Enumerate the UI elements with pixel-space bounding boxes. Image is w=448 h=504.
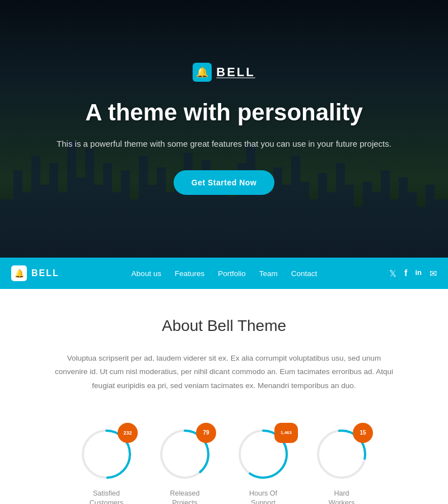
stat-badge-hours: 1,463 — [274, 423, 298, 443]
get-started-button[interactable]: Get Started Now — [174, 170, 274, 195]
about-title: About Bell Theme — [34, 317, 414, 335]
navbar: 🔔 BELL About us Features Portfolio Team … — [0, 258, 448, 289]
hero-subtitle: This is a powerful theme with some great… — [57, 137, 391, 151]
nav-links: About us Features Portfolio Team Contact — [132, 268, 318, 278]
hero-logo-icon: 🔔 — [193, 63, 212, 82]
about-body: Voluptua scripserit per ad, laudem vider… — [50, 352, 398, 393]
nav-link-team[interactable]: Team — [259, 269, 278, 278]
hero-section: 🔔 BELL A theme with personality This is … — [0, 0, 448, 258]
nav-social: 𝕏 f in ✉ — [389, 268, 437, 279]
stat-hours: 1,463 Hours OfSupport — [235, 426, 291, 504]
facebook-icon[interactable]: f — [404, 268, 407, 279]
stat-circle-released: 79 — [157, 426, 213, 482]
stat-released: 79 ReleasedProjects — [157, 426, 213, 504]
hero-logo-text: BELL — [216, 65, 255, 80]
stat-label-satisfied: SatisfiedCustomers — [90, 489, 123, 504]
nav-item-team[interactable]: Team — [259, 268, 278, 278]
stat-badge-workers: 15 — [353, 423, 373, 443]
nav-item-portfolio[interactable]: Portfolio — [218, 268, 246, 278]
stat-circle-satisfied: 232 — [78, 426, 134, 482]
stat-circle-workers: 15 — [314, 426, 370, 482]
stat-satisfied: 232 SatisfiedCustomers — [78, 426, 134, 504]
stats-row: 232 SatisfiedCustomers 79 ReleasedProjec… — [34, 415, 414, 504]
stat-workers: 15 HardWorkers — [314, 426, 370, 504]
hero-logo: 🔔 BELL — [57, 63, 391, 82]
stat-badge-satisfied: 232 — [118, 423, 138, 443]
stat-label-workers: HardWorkers — [329, 489, 354, 504]
email-icon[interactable]: ✉ — [430, 268, 437, 279]
nav-item-features[interactable]: Features — [175, 268, 204, 278]
about-section: About Bell Theme Voluptua scripserit per… — [0, 289, 448, 504]
stat-label-hours: Hours OfSupport — [249, 489, 277, 504]
nav-link-about[interactable]: About us — [132, 269, 161, 278]
stat-label-released: ReleasedProjects — [170, 489, 200, 504]
stat-circle-hours: 1,463 — [235, 426, 291, 482]
hero-content: 🔔 BELL A theme with personality This is … — [45, 52, 403, 206]
nav-logo: 🔔 BELL — [11, 265, 59, 281]
nav-link-features[interactable]: Features — [175, 269, 204, 278]
nav-link-portfolio[interactable]: Portfolio — [218, 269, 246, 278]
nav-logo-icon: 🔔 — [11, 265, 27, 281]
linkedin-icon[interactable]: in — [415, 268, 422, 279]
twitter-icon[interactable]: 𝕏 — [389, 268, 396, 279]
stat-badge-released: 79 — [196, 423, 216, 443]
nav-logo-text: BELL — [31, 268, 59, 278]
nav-item-about[interactable]: About us — [132, 268, 161, 278]
hero-title: A theme with personality — [57, 99, 391, 127]
nav-item-contact[interactable]: Contact — [291, 268, 318, 278]
nav-link-contact[interactable]: Contact — [291, 269, 318, 278]
